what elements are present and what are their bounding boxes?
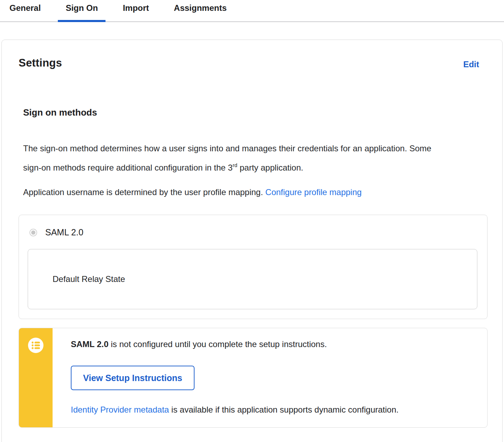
description-text: The sign-on method determines how a user… [23,144,431,172]
edit-link[interactable]: Edit [463,60,479,69]
warning-message: SAML 2.0 is not configured until you com… [71,339,399,349]
metadata-note: Identity Provider metadata is available … [71,405,399,415]
app-tab-bar: General Sign On Import Assignments [0,0,504,22]
warning-content: SAML 2.0 is not configured until you com… [53,328,406,427]
tab-sign-on[interactable]: Sign On [58,0,105,21]
warning-message-bold: SAML 2.0 [71,339,109,349]
tab-general[interactable]: General [2,0,48,21]
saml-warning-banner: SAML 2.0 is not configured until you com… [19,328,488,428]
view-setup-instructions-button[interactable]: View Setup Instructions [71,366,195,390]
sign-on-methods-section: Sign on methods The sign-on method deter… [23,107,488,201]
username-note-text: Application username is determined by th… [23,187,265,197]
saml-radio-row: SAML 2.0 [29,227,477,237]
bulleted-list-icon [28,338,43,353]
username-note: Application username is determined by th… [23,184,465,201]
ordinal-superscript: rd [233,162,237,168]
tab-import[interactable]: Import [115,0,157,21]
tab-assignments[interactable]: Assignments [166,0,234,21]
page-title: Settings [19,57,62,69]
settings-card: Settings Edit Sign on methods The sign-o… [1,40,503,442]
settings-card-header: Settings Edit [19,57,488,69]
section-title: Sign on methods [23,107,488,118]
saml-radio-button[interactable] [29,229,37,236]
description-text-tail: party application. [237,163,303,172]
configure-profile-mapping-link[interactable]: Configure profile mapping [265,187,362,197]
default-relay-state-box: Default Relay State [28,249,477,309]
identity-provider-metadata-link[interactable]: Identity Provider metadata [71,405,169,414]
saml-option-box: SAML 2.0 Default Relay State [19,215,488,319]
warning-message-rest: is not configured until you complete the… [109,339,327,349]
saml-radio-label: SAML 2.0 [45,227,83,237]
default-relay-state-label: Default Relay State [53,274,125,284]
metadata-note-rest: is available if this application support… [169,405,399,414]
warning-accent-strip [19,328,53,427]
sign-on-method-description: The sign-on method determines how a user… [23,140,433,176]
